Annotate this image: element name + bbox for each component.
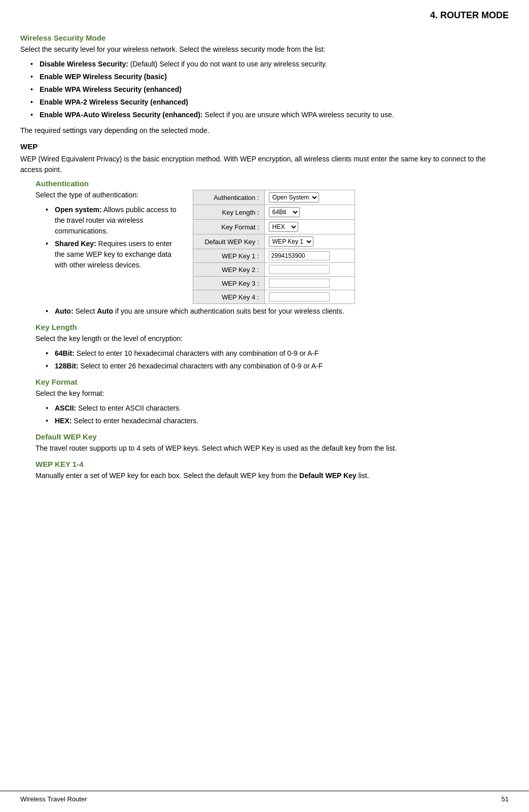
list-item: Enable WEP Wireless Security (basic) [30,72,509,82]
bullet-bold: Shared Key: [55,240,96,248]
key-format-select[interactable]: HEX ASCII [269,222,298,232]
list-item: ASCII: Select to enter ASCII characters. [46,403,509,414]
key-length-title: Key Length [36,323,509,331]
wep-description: WEP (Wired Equivalent Privacy) is the ba… [20,154,509,175]
wep-key1-label: WEP Key 1 : [193,249,265,263]
list-item: Auto: Select Auto if you are unsure whic… [46,306,509,317]
auto-bullet-list: Auto: Select Auto if you are unsure whic… [46,306,509,317]
bullet-bold: HEX: [55,417,72,425]
page-header: 4. ROUTER MODE [20,10,509,23]
authentication-intro: Select the type of authentication: [36,190,183,200]
wep-key4-input[interactable] [269,292,330,301]
key-format-title: Key Format [36,378,509,386]
wep-key3-label: WEP Key 3 : [193,277,265,290]
footer-right: 51 [502,795,509,803]
auto-bold: Auto [97,307,113,315]
default-wep-key-label: Default WEP Key : [193,234,265,249]
auth-value: Open System Shared Key Auto [264,190,355,205]
authentication-text: Select the type of authentication: Open … [36,190,183,276]
bullet-bold: ASCII: [55,404,76,412]
table-row: Authentication : Open System Shared Key … [193,190,355,205]
authentication-list: Open system: Allows public access to the… [46,205,183,270]
wep-key-14-description: Manually enter a set of WEP key for each… [36,470,509,481]
list-item: Enable WPA Wireless Security (enhanced) [30,84,509,95]
wep-settings-table: Authentication : Open System Shared Key … [193,190,355,304]
default-wep-key-bold: Default WEP Key [299,471,357,480]
bullet-bold: Enable WPA-Auto Wireless Security (enhan… [40,111,203,119]
wep-key-14-section: WEP KEY 1-4 Manually enter a set of WEP … [36,460,509,481]
authentication-section: Authentication Select the type of authen… [36,179,509,317]
authentication-select[interactable]: Open System Shared Key Auto [269,192,319,202]
key-format-list: ASCII: Select to enter ASCII characters.… [46,403,509,426]
key-length-intro: Select the key length or the level of en… [36,333,509,344]
key-length-value: 64Bit 128Bit [264,205,355,220]
page-title: 4. ROUTER MODE [430,10,509,20]
list-item: Enable WPA-Auto Wireless Security (enhan… [30,110,509,120]
bullet-bold: Open system: [55,206,102,214]
key-format-intro: Select the key format: [36,388,509,399]
key-length-section: Key Length Select the key length or the … [36,323,509,371]
list-item: 64Bit: Select to enter 10 hexadecimal ch… [46,348,509,359]
list-item: 128Bit: Select to enter 26 hexadecimal c… [46,361,509,371]
wireless-security-note: The required settings vary depending on … [20,125,509,136]
list-item: Shared Key: Requires users to enter the … [46,239,183,270]
bullet-bold: Disable Wireless Security: [40,60,128,68]
table-row: WEP Key 2 : [193,263,355,277]
wep-key4-value [264,290,355,304]
table-row: WEP Key 4 : [193,290,355,304]
key-length-label: Key Length : [193,205,265,220]
default-wep-description: The travel router supports up to 4 sets … [36,443,509,454]
table-row: Default WEP Key : WEP Key 1 WEP Key 2 WE… [193,234,355,249]
wep-key3-input[interactable] [269,279,330,288]
key-format-value: HEX ASCII [264,220,355,234]
wep-key1-value [264,249,355,263]
list-item: Open system: Allows public access to the… [46,205,183,236]
list-item: Enable WPA-2 Wireless Security (enhanced… [30,97,509,108]
key-format-label: Key Format : [193,220,265,234]
default-wep-key-select[interactable]: WEP Key 1 WEP Key 2 WEP Key 3 WEP Key 4 [269,236,313,247]
footer-left: Wireless Travel Router [20,795,87,803]
wep-key1-input[interactable] [269,251,330,260]
key-length-list: 64Bit: Select to enter 10 hexadecimal ch… [46,348,509,371]
default-wep-key-value: WEP Key 1 WEP Key 2 WEP Key 3 WEP Key 4 [264,234,355,249]
wep-heading: WEP [20,142,509,151]
default-wep-section: Default WEP Key The travel router suppor… [36,432,509,454]
page-container: 4. ROUTER MODE Wireless Security Mode Se… [0,0,529,812]
list-item: HEX: Select to enter hexadecimal charact… [46,416,509,426]
wep-table-container: Authentication : Open System Shared Key … [193,190,509,304]
key-format-section: Key Format Select the key format: ASCII:… [36,378,509,426]
key-length-select[interactable]: 64Bit 128Bit [269,207,300,217]
wireless-security-mode-title: Wireless Security Mode [20,33,509,42]
wep-key4-label: WEP Key 4 : [193,290,265,304]
bullet-bold: 64Bit: [55,349,75,357]
wep-key-14-title: WEP KEY 1-4 [36,460,509,468]
wireless-security-mode-intro: Select the security level for your wirel… [20,44,509,55]
default-wep-title: Default WEP Key [36,432,509,441]
wireless-security-mode-section: Wireless Security Mode Select the securi… [20,33,509,136]
wep-key2-label: WEP Key 2 : [193,263,265,277]
wireless-security-mode-list: Disable Wireless Security: (Default) Sel… [30,59,509,120]
bullet-bold: Enable WPA-2 Wireless Security (enhanced… [40,98,188,106]
bullet-bold: Enable WEP Wireless Security (basic) [40,73,167,81]
auth-label: Authentication : [193,190,265,205]
bullet-bold: Enable WPA Wireless Security (enhanced) [40,85,182,93]
table-row: Key Length : 64Bit 128Bit [193,205,355,220]
wep-key3-value [264,277,355,290]
authentication-title: Authentication [36,179,509,188]
wep-key2-value [264,263,355,277]
table-row: WEP Key 1 : [193,249,355,263]
table-row: Key Format : HEX ASCII [193,220,355,234]
list-item: Disable Wireless Security: (Default) Sel… [30,59,509,70]
bullet-bold: 128Bit: [55,362,79,370]
table-row: WEP Key 3 : [193,277,355,290]
authentication-two-col: Select the type of authentication: Open … [36,190,509,304]
bullet-bold: Auto: [55,307,74,315]
footer-bar: Wireless Travel Router 51 [0,791,529,807]
wep-key2-input[interactable] [269,265,330,274]
